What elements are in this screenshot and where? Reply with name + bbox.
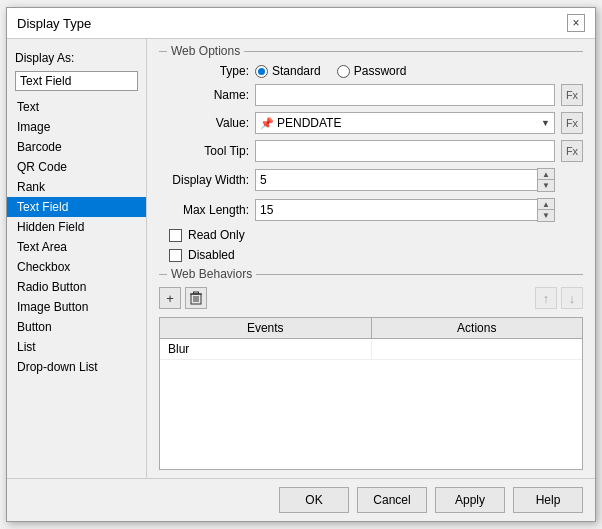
list-item[interactable]: Rank: [7, 177, 146, 197]
cancel-button[interactable]: Cancel: [357, 487, 427, 513]
event-cell: Blur: [160, 339, 372, 359]
action-cell: [372, 339, 583, 359]
ok-button[interactable]: OK: [279, 487, 349, 513]
type-options: Standard Password: [255, 64, 406, 78]
list-item[interactable]: Image Button: [7, 297, 146, 317]
behaviors-toolbar-right: ↑ ↓: [535, 287, 583, 309]
tooltip-row: Tool Tip: Fx: [159, 140, 583, 162]
apply-button[interactable]: Apply: [435, 487, 505, 513]
web-options-content: Type: Standard Password: [159, 64, 583, 262]
delete-behavior-button[interactable]: [185, 287, 207, 309]
behaviors-table: Events Actions Blur: [159, 317, 583, 470]
password-radio-option[interactable]: Password: [337, 64, 407, 78]
move-up-button[interactable]: ↑: [535, 287, 557, 309]
password-radio-circle: [337, 65, 350, 78]
display-width-down-btn[interactable]: ▼: [538, 180, 554, 191]
right-panel: Web Options Type: Standard Passwo: [147, 39, 595, 478]
max-length-input[interactable]: [255, 199, 537, 221]
trash-icon: [190, 291, 202, 305]
standard-radio-option[interactable]: Standard: [255, 64, 321, 78]
max-length-spinner: ▲ ▼: [255, 198, 555, 222]
move-down-button[interactable]: ↓: [561, 287, 583, 309]
value-dropdown-icon: ▼: [541, 118, 550, 128]
standard-radio-circle: [255, 65, 268, 78]
disabled-checkbox[interactable]: [169, 249, 182, 262]
web-options-label: Web Options: [167, 44, 244, 58]
name-input[interactable]: [255, 84, 555, 106]
help-button[interactable]: Help: [513, 487, 583, 513]
tooltip-input[interactable]: [255, 140, 555, 162]
display-type-dialog: Display Type × Display As: TextImageBarc…: [6, 7, 596, 522]
dialog-body: Display As: TextImageBarcodeQR CodeRankT…: [7, 39, 595, 478]
max-length-spinner-btns: ▲ ▼: [537, 198, 555, 222]
list-item[interactable]: Radio Button: [7, 277, 146, 297]
list-item[interactable]: Text Area: [7, 237, 146, 257]
behaviors-toolbar: + ↑: [159, 283, 583, 313]
web-behaviors-section: Web Behaviors +: [159, 274, 583, 470]
name-row: Name: Fx: [159, 84, 583, 106]
disabled-label: Disabled: [188, 248, 235, 262]
read-only-row: Read Only: [169, 228, 583, 242]
read-only-label: Read Only: [188, 228, 245, 242]
display-width-label: Display Width:: [159, 173, 249, 187]
read-only-checkbox[interactable]: [169, 229, 182, 242]
table-header: Events Actions: [160, 318, 582, 339]
type-row: Type: Standard Password: [159, 64, 583, 78]
behaviors-rows: Blur: [160, 339, 582, 360]
name-fx-button[interactable]: Fx: [561, 84, 583, 106]
standard-radio-label: Standard: [272, 64, 321, 78]
add-behavior-button[interactable]: +: [159, 287, 181, 309]
list-items-container: TextImageBarcodeQR CodeRankText FieldHid…: [7, 97, 146, 377]
max-length-down-btn[interactable]: ▼: [538, 210, 554, 221]
value-text: PENDDATE: [277, 116, 541, 130]
title-bar: Display Type ×: [7, 8, 595, 39]
list-item[interactable]: Barcode: [7, 137, 146, 157]
list-item[interactable]: Drop-down List: [7, 357, 146, 377]
max-length-row: Max Length: ▲ ▼: [159, 198, 583, 222]
value-fx-button[interactable]: Fx: [561, 112, 583, 134]
display-width-row: Display Width: ▲ ▼: [159, 168, 583, 192]
list-item[interactable]: Text: [7, 97, 146, 117]
web-options-section: Web Options Type: Standard Passwo: [159, 51, 583, 262]
display-width-spinner: ▲ ▼: [255, 168, 555, 192]
display-as-input[interactable]: [15, 71, 138, 91]
left-panel: Display As: TextImageBarcodeQR CodeRankT…: [7, 39, 147, 478]
list-item[interactable]: Text Field: [7, 197, 146, 217]
web-behaviors-label: Web Behaviors: [167, 267, 256, 281]
list-item[interactable]: Button: [7, 317, 146, 337]
value-select[interactable]: 📌 PENDDATE ▼: [255, 112, 555, 134]
close-button[interactable]: ×: [567, 14, 585, 32]
list-item[interactable]: Image: [7, 117, 146, 137]
disabled-row: Disabled: [169, 248, 583, 262]
svg-rect-2: [194, 292, 199, 294]
display-width-up-btn[interactable]: ▲: [538, 169, 554, 180]
value-label: Value:: [159, 116, 249, 130]
list-item[interactable]: Checkbox: [7, 257, 146, 277]
max-length-up-btn[interactable]: ▲: [538, 199, 554, 210]
tooltip-fx-button[interactable]: Fx: [561, 140, 583, 162]
display-as-label: Display As:: [7, 47, 146, 69]
list-item[interactable]: List: [7, 337, 146, 357]
tooltip-label: Tool Tip:: [159, 144, 249, 158]
name-label: Name:: [159, 88, 249, 102]
display-width-spinner-btns: ▲ ▼: [537, 168, 555, 192]
type-label: Type:: [159, 64, 249, 78]
dialog-title: Display Type: [17, 16, 91, 31]
dialog-footer: OK Cancel Apply Help: [7, 478, 595, 521]
value-icon: 📌: [260, 117, 274, 130]
value-row: Value: 📌 PENDDATE ▼ Fx: [159, 112, 583, 134]
password-radio-label: Password: [354, 64, 407, 78]
list-item[interactable]: QR Code: [7, 157, 146, 177]
actions-header: Actions: [372, 318, 583, 338]
behaviors-toolbar-left: +: [159, 287, 207, 309]
events-header: Events: [160, 318, 372, 338]
max-length-label: Max Length:: [159, 203, 249, 217]
table-row[interactable]: Blur: [160, 339, 582, 360]
display-width-input[interactable]: [255, 169, 537, 191]
list-item[interactable]: Hidden Field: [7, 217, 146, 237]
